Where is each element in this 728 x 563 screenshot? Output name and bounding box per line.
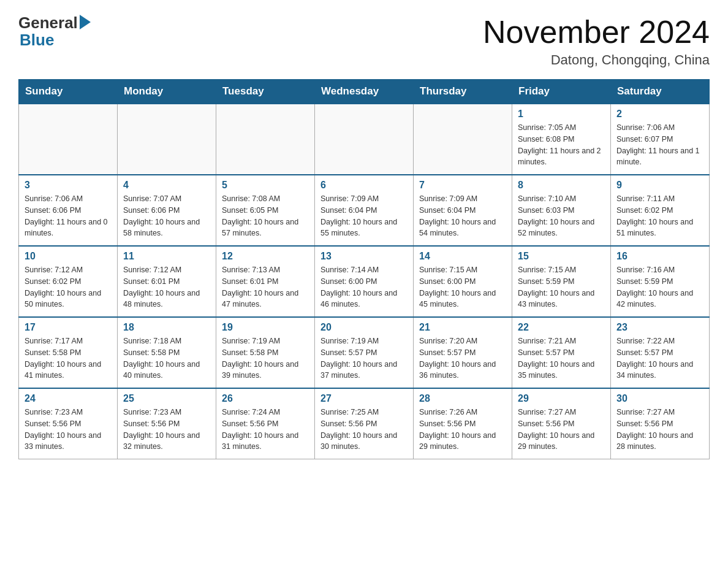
location-title: Datong, Chongqing, China xyxy=(483,52,710,68)
day-number: 7 xyxy=(419,180,506,191)
day-number: 13 xyxy=(320,251,408,262)
calendar-day-cell: 2Sunrise: 7:06 AMSunset: 6:07 PMDaylight… xyxy=(611,104,710,175)
day-info: Sunrise: 7:23 AMSunset: 5:56 PMDaylight:… xyxy=(25,407,112,453)
week-row: 3Sunrise: 7:06 AMSunset: 6:06 PMDaylight… xyxy=(19,175,710,246)
calendar-day-cell: 6Sunrise: 7:09 AMSunset: 6:04 PMDaylight… xyxy=(315,175,414,246)
day-number: 29 xyxy=(518,393,605,404)
calendar-day-cell: 11Sunrise: 7:12 AMSunset: 6:01 PMDayligh… xyxy=(118,246,216,317)
logo-general-text: General xyxy=(18,15,78,31)
day-info: Sunrise: 7:14 AMSunset: 6:00 PMDaylight:… xyxy=(320,264,408,310)
day-number: 15 xyxy=(518,251,605,262)
calendar-day-cell: 24Sunrise: 7:23 AMSunset: 5:56 PMDayligh… xyxy=(19,388,118,459)
day-info: Sunrise: 7:27 AMSunset: 5:56 PMDaylight:… xyxy=(616,407,703,453)
day-info: Sunrise: 7:15 AMSunset: 6:00 PMDaylight:… xyxy=(419,264,506,310)
calendar-day-cell: 18Sunrise: 7:18 AMSunset: 5:58 PMDayligh… xyxy=(118,317,216,388)
calendar-day-cell: 13Sunrise: 7:14 AMSunset: 6:00 PMDayligh… xyxy=(315,246,414,317)
calendar-day-cell: 12Sunrise: 7:13 AMSunset: 6:01 PMDayligh… xyxy=(216,246,315,317)
header-right: November 2024 Datong, Chongqing, China xyxy=(483,15,710,68)
calendar-day-cell xyxy=(414,104,512,175)
day-number: 20 xyxy=(320,322,408,333)
calendar-day-cell: 30Sunrise: 7:27 AMSunset: 5:56 PMDayligh… xyxy=(611,388,710,459)
day-info: Sunrise: 7:09 AMSunset: 6:04 PMDaylight:… xyxy=(320,193,408,239)
day-info: Sunrise: 7:20 AMSunset: 5:57 PMDaylight:… xyxy=(419,335,506,381)
day-number: 17 xyxy=(25,322,112,333)
calendar-day-cell: 20Sunrise: 7:19 AMSunset: 5:57 PMDayligh… xyxy=(315,317,414,388)
day-info: Sunrise: 7:05 AMSunset: 6:08 PMDaylight:… xyxy=(518,122,605,168)
day-number: 23 xyxy=(616,322,703,333)
day-number: 28 xyxy=(419,393,506,404)
day-number: 6 xyxy=(320,180,408,191)
calendar-day-cell: 25Sunrise: 7:23 AMSunset: 5:56 PMDayligh… xyxy=(118,388,216,459)
day-number: 21 xyxy=(419,322,506,333)
logo: General Blue xyxy=(18,15,91,50)
day-number: 19 xyxy=(222,322,309,333)
logo-top: General xyxy=(18,15,91,31)
day-of-week-header: Thursday xyxy=(414,80,512,104)
calendar-day-cell: 26Sunrise: 7:24 AMSunset: 5:56 PMDayligh… xyxy=(216,388,315,459)
day-number: 14 xyxy=(419,251,506,262)
day-info: Sunrise: 7:19 AMSunset: 5:58 PMDaylight:… xyxy=(222,335,309,381)
month-year-title: November 2024 xyxy=(483,15,710,50)
calendar-day-cell: 3Sunrise: 7:06 AMSunset: 6:06 PMDaylight… xyxy=(19,175,118,246)
calendar-day-cell: 17Sunrise: 7:17 AMSunset: 5:58 PMDayligh… xyxy=(19,317,118,388)
week-row: 17Sunrise: 7:17 AMSunset: 5:58 PMDayligh… xyxy=(19,317,710,388)
day-info: Sunrise: 7:16 AMSunset: 5:59 PMDaylight:… xyxy=(616,264,703,310)
day-number: 11 xyxy=(123,251,210,262)
day-info: Sunrise: 7:18 AMSunset: 5:58 PMDaylight:… xyxy=(123,335,210,381)
calendar-day-cell: 14Sunrise: 7:15 AMSunset: 6:00 PMDayligh… xyxy=(414,246,512,317)
calendar-day-cell xyxy=(19,104,118,175)
calendar-day-cell: 10Sunrise: 7:12 AMSunset: 6:02 PMDayligh… xyxy=(19,246,118,317)
calendar-day-cell xyxy=(315,104,414,175)
calendar-day-cell: 22Sunrise: 7:21 AMSunset: 5:57 PMDayligh… xyxy=(512,317,611,388)
day-number: 2 xyxy=(616,109,703,120)
calendar-day-cell: 4Sunrise: 7:07 AMSunset: 6:06 PMDaylight… xyxy=(118,175,216,246)
page: General Blue November 2024 Datong, Chong… xyxy=(0,0,728,478)
day-number: 22 xyxy=(518,322,605,333)
calendar-day-cell xyxy=(118,104,216,175)
calendar-day-cell: 5Sunrise: 7:08 AMSunset: 6:05 PMDaylight… xyxy=(216,175,315,246)
day-number: 1 xyxy=(518,109,605,120)
calendar-day-cell: 27Sunrise: 7:25 AMSunset: 5:56 PMDayligh… xyxy=(315,388,414,459)
calendar-day-cell: 19Sunrise: 7:19 AMSunset: 5:58 PMDayligh… xyxy=(216,317,315,388)
header: General Blue November 2024 Datong, Chong… xyxy=(18,15,710,68)
day-of-week-header: Saturday xyxy=(611,80,710,104)
calendar-day-cell: 28Sunrise: 7:26 AMSunset: 5:56 PMDayligh… xyxy=(414,388,512,459)
day-info: Sunrise: 7:23 AMSunset: 5:56 PMDaylight:… xyxy=(123,407,210,453)
day-info: Sunrise: 7:24 AMSunset: 5:56 PMDaylight:… xyxy=(222,407,309,453)
day-number: 9 xyxy=(616,180,703,191)
day-number: 30 xyxy=(616,393,703,404)
day-info: Sunrise: 7:09 AMSunset: 6:04 PMDaylight:… xyxy=(419,193,506,239)
week-row: 24Sunrise: 7:23 AMSunset: 5:56 PMDayligh… xyxy=(19,388,710,459)
calendar-header-row: SundayMondayTuesdayWednesdayThursdayFrid… xyxy=(19,80,710,104)
day-of-week-header: Monday xyxy=(118,80,216,104)
day-info: Sunrise: 7:17 AMSunset: 5:58 PMDaylight:… xyxy=(25,335,112,381)
calendar-day-cell: 15Sunrise: 7:15 AMSunset: 5:59 PMDayligh… xyxy=(512,246,611,317)
day-info: Sunrise: 7:27 AMSunset: 5:56 PMDaylight:… xyxy=(518,407,605,453)
calendar-day-cell: 16Sunrise: 7:16 AMSunset: 5:59 PMDayligh… xyxy=(611,246,710,317)
day-info: Sunrise: 7:15 AMSunset: 5:59 PMDaylight:… xyxy=(518,264,605,310)
day-info: Sunrise: 7:10 AMSunset: 6:03 PMDaylight:… xyxy=(518,193,605,239)
day-number: 24 xyxy=(25,393,112,404)
day-of-week-header: Friday xyxy=(512,80,611,104)
calendar-day-cell: 9Sunrise: 7:11 AMSunset: 6:02 PMDaylight… xyxy=(611,175,710,246)
calendar-table: SundayMondayTuesdayWednesdayThursdayFrid… xyxy=(18,79,710,459)
week-row: 10Sunrise: 7:12 AMSunset: 6:02 PMDayligh… xyxy=(19,246,710,317)
day-info: Sunrise: 7:19 AMSunset: 5:57 PMDaylight:… xyxy=(320,335,408,381)
day-info: Sunrise: 7:26 AMSunset: 5:56 PMDaylight:… xyxy=(419,407,506,453)
day-number: 26 xyxy=(222,393,309,404)
day-number: 18 xyxy=(123,322,210,333)
day-info: Sunrise: 7:13 AMSunset: 6:01 PMDaylight:… xyxy=(222,264,309,310)
day-number: 5 xyxy=(222,180,309,191)
day-info: Sunrise: 7:25 AMSunset: 5:56 PMDaylight:… xyxy=(320,407,408,453)
week-row: 1Sunrise: 7:05 AMSunset: 6:08 PMDaylight… xyxy=(19,104,710,175)
day-info: Sunrise: 7:08 AMSunset: 6:05 PMDaylight:… xyxy=(222,193,309,239)
calendar-day-cell: 7Sunrise: 7:09 AMSunset: 6:04 PMDaylight… xyxy=(414,175,512,246)
day-info: Sunrise: 7:21 AMSunset: 5:57 PMDaylight:… xyxy=(518,335,605,381)
calendar-day-cell: 1Sunrise: 7:05 AMSunset: 6:08 PMDaylight… xyxy=(512,104,611,175)
calendar-day-cell xyxy=(216,104,315,175)
day-number: 25 xyxy=(123,393,210,404)
calendar-day-cell: 29Sunrise: 7:27 AMSunset: 5:56 PMDayligh… xyxy=(512,388,611,459)
day-number: 10 xyxy=(25,251,112,262)
day-of-week-header: Wednesday xyxy=(315,80,414,104)
logo-blue-text: Blue xyxy=(20,31,54,50)
